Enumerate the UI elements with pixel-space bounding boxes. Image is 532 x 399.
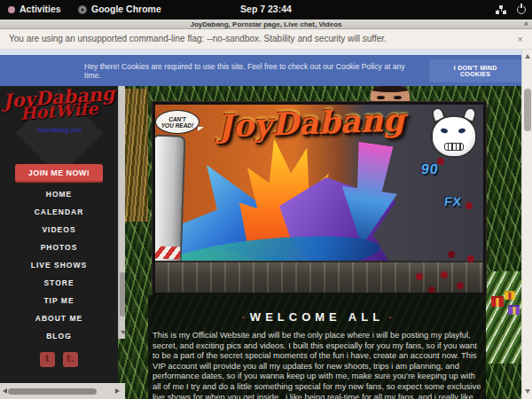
window-title-bar: JoyDabang, Pornstar page, Live chat, Vid… <box>0 20 532 29</box>
variegated-leaves <box>483 271 521 364</box>
welcome-heading-text: WELCOME ALL <box>250 310 384 324</box>
dried-grass-patch <box>125 89 148 222</box>
sidebar-scroll-left-arrow-icon[interactable] <box>3 388 7 394</box>
sidebar-item-photos[interactable]: PHOTOS <box>0 239 118 256</box>
cookie-message: Hey there! Cookies are required to use t… <box>84 62 417 80</box>
welcome-body-text: This is my Official Website and will be … <box>153 330 483 399</box>
tumblr-icon[interactable]: t. <box>63 352 78 367</box>
gnome-top-bar: Activities Google Chrome Sep 7 23:44 <box>0 0 532 20</box>
sidebar-item-about-me[interactable]: ABOUT ME <box>0 309 118 327</box>
graffiti-tag-text: FX <box>443 194 463 208</box>
page-scrollbar-thumb[interactable] <box>524 89 531 131</box>
power-icon[interactable] <box>517 5 526 14</box>
eye-graphic <box>394 96 402 99</box>
bulldog-mouth <box>444 143 464 151</box>
cookie-accept-button[interactable]: I DON'T MIND COOKIES <box>429 59 521 82</box>
cookie-banner: Hey there! Cookies are required to use t… <box>0 55 521 86</box>
pavement-graphic <box>155 261 486 293</box>
speech-bubble-line2: YOU READ! <box>156 122 199 129</box>
sidebar-item-home[interactable]: HOME <box>0 185 118 203</box>
eye-graphic <box>377 96 385 99</box>
sidebar: JoyDabang HotWife JoyDabang.com JOIN ME … <box>0 86 118 383</box>
speech-bubble: CAN'T YOU READ! <box>155 110 200 134</box>
sidebar-item-live-shows[interactable]: LIVE SHOWS <box>0 256 118 274</box>
sidebar-menu: HOME CALENDAR VIDEOS PHOTOS LIVE SHOWS S… <box>0 185 118 345</box>
bulldog-head <box>431 115 477 158</box>
mural-title-text: JoyDabang <box>195 102 426 145</box>
gift-box-graphic <box>505 291 515 300</box>
scroll-up-arrow-icon[interactable] <box>525 54 530 59</box>
sidebar-scroll-right-arrow-icon[interactable] <box>115 388 120 394</box>
infobar-message: You are using an unsupported command-lin… <box>9 29 387 49</box>
sidebar-horizontal-scrollbar[interactable] <box>0 383 125 399</box>
welcome-section: ·WELCOME ALL· This is my Official Websit… <box>148 295 486 399</box>
screen: Activities Google Chrome Sep 7 23:44 Joy… <box>0 0 532 399</box>
bulldog-graphic <box>428 107 480 162</box>
page-scrollbar[interactable] <box>521 50 532 399</box>
infobar-close-icon[interactable]: × <box>518 29 523 49</box>
speech-bubble-line1: CAN'T <box>156 116 199 122</box>
logo-link[interactable]: JoyDabang.com <box>0 127 118 133</box>
page-viewport: Hey there! Cookies are required to use t… <box>0 50 521 399</box>
hero-mural-image: JoyDabang CAN'T YOU READ! 90 FX <box>153 102 486 295</box>
sidebar-item-calendar[interactable]: CALENDAR <box>0 203 118 221</box>
robot-figure-graphic <box>153 134 186 268</box>
graffiti-tag-text: 90 <box>420 161 440 177</box>
window-title: JoyDabang, Pornstar page, Live chat, Vid… <box>0 20 532 29</box>
sidebar-vertical-scrollbar-thumb[interactable] <box>120 272 125 317</box>
chrome-infobar: You are using an unsupported command-lin… <box>0 29 532 50</box>
sidebar-scroll-down-arrow-icon[interactable] <box>121 331 126 334</box>
scroll-down-arrow-icon[interactable] <box>525 389 530 394</box>
sidebar-horizontal-scrollbar-thumb[interactable] <box>8 388 97 395</box>
gift-box-graphic <box>491 296 504 307</box>
join-me-now-button[interactable]: JOIN ME NOW! <box>15 164 103 183</box>
gift-box-graphic <box>508 305 520 315</box>
sidebar-item-tip-me[interactable]: TIP ME <box>0 292 118 309</box>
window-close-icon[interactable]: × <box>524 20 528 29</box>
heading-dot-right: · <box>388 310 392 324</box>
sidebar-item-store[interactable]: STORE <box>0 274 118 292</box>
twitter-icon[interactable]: t <box>40 352 55 367</box>
sidebar-item-blog[interactable]: BLOG <box>0 327 118 345</box>
clock[interactable]: Sep 7 23:44 <box>0 4 532 14</box>
social-links: t t. <box>0 352 118 367</box>
sidebar-item-videos[interactable]: VIDEOS <box>0 221 118 239</box>
welcome-heading: ·WELCOME ALL· <box>148 310 486 324</box>
heading-dot-left: · <box>242 310 246 324</box>
network-icon[interactable] <box>496 5 506 15</box>
sidebar-vertical-scrollbar[interactable] <box>118 86 125 339</box>
